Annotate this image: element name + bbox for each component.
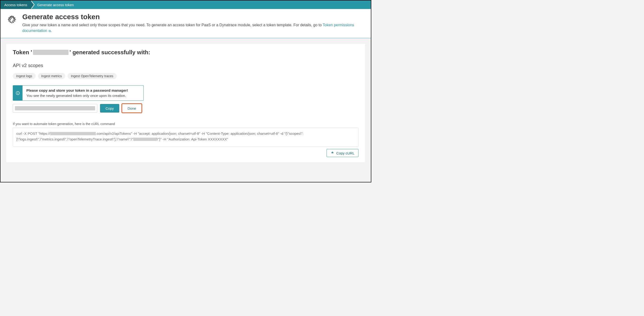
info-icon: [13, 85, 22, 100]
scope-chip: Ingest logs: [13, 73, 36, 79]
done-button[interactable]: Done: [122, 104, 142, 112]
scopes-heading: API v2 scopes: [13, 63, 358, 68]
breadcrumb-access-tokens[interactable]: Access tokens: [0, 0, 30, 9]
page-title: Generate access token: [22, 13, 365, 21]
svg-rect-2: [18, 93, 18, 94]
curl-text: [\"logs.ingest\",\"metrics.ingest\",\"op…: [16, 136, 133, 142]
redacted-host: [50, 132, 96, 135]
token-card: Token ' ' generated successfully with: A…: [6, 44, 365, 162]
curl-label: If you want to automate token generation…: [13, 122, 358, 126]
token-value-field[interactable]: [13, 104, 97, 112]
info-title: Please copy and store your token in a pa…: [26, 88, 128, 93]
info-banner: Please copy and store your token in a pa…: [13, 85, 144, 101]
page-header: Generate access token Give your new toke…: [0, 9, 371, 38]
success-prefix: Token ': [13, 49, 32, 56]
redacted-token-value: [15, 106, 95, 110]
scope-chip: Ingest metrics: [38, 73, 65, 79]
redacted-token-name: [33, 50, 68, 55]
success-heading: Token ' ' generated successfully with:: [13, 49, 358, 56]
gear-sync-icon: [6, 14, 18, 25]
scope-chips: Ingest logs Ingest metrics Ingest OpenTe…: [13, 73, 358, 79]
curl-text: curl -X POST "https://: [16, 131, 50, 136]
curl-text: \"}" -H "Authorization: Api-Token XXXXXX…: [157, 136, 228, 142]
scope-chip: Ingest OpenTelemetry traces: [68, 73, 117, 79]
breadcrumb-label: Access tokens: [4, 3, 27, 7]
copy-curl-button[interactable]: Copy cURL: [326, 149, 358, 157]
page-description: Give your new token a name and select on…: [22, 22, 365, 34]
curl-command-box[interactable]: curl -X POST "https:// .com/api/v2/apiTo…: [13, 128, 358, 147]
breadcrumb: Access tokens Generate access token: [0, 0, 371, 9]
gear-sync-icon: [330, 151, 334, 155]
curl-text: .com/api/v2/apiTokens" -H "accept: appli…: [96, 131, 304, 136]
success-suffix: ' generated successfully with:: [70, 49, 150, 56]
copy-button[interactable]: Copy: [100, 104, 119, 112]
external-link-icon: ⧉: [48, 29, 51, 33]
desc-text: Give your new token a name and select on…: [22, 23, 323, 27]
breadcrumb-label: Generate access token: [37, 3, 74, 7]
info-subtitle: You see the newly generated token only o…: [26, 94, 128, 98]
svg-point-1: [18, 92, 18, 92]
desc-suffix: .: [51, 29, 52, 33]
redacted-name: [133, 138, 157, 141]
breadcrumb-current: Generate access token: [30, 0, 74, 9]
copy-curl-label: Copy cURL: [336, 151, 354, 155]
